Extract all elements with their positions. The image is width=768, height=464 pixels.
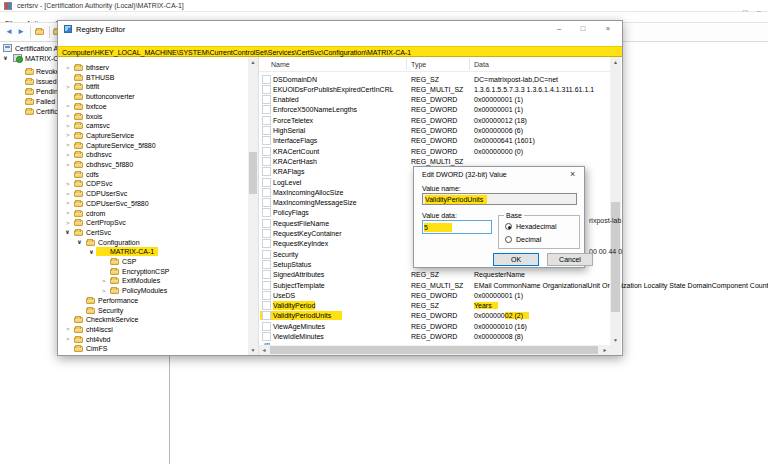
up-one-level-icon[interactable]	[35, 29, 44, 35]
registry-key-cdfs[interactable]: cdfs	[58, 169, 248, 179]
registry-key-performance[interactable]: Performance	[58, 295, 248, 305]
registry-key-cldflt[interactable]: CldFlt	[58, 354, 248, 356]
registry-value-row-validityperiodunits[interactable]: 011ValidityPeriodUnitsREG_DWORD0x0000000…	[259, 311, 610, 321]
registry-key-captureservice[interactable]: >CaptureService	[58, 130, 248, 140]
registry-key-buttonconverter[interactable]: buttonconverter	[58, 92, 248, 102]
column-divider[interactable]	[406, 58, 407, 70]
scroll-down-arrow[interactable]: ▼	[610, 337, 621, 343]
chevron-right-icon[interactable]: >	[66, 122, 70, 130]
registry-value-row-highserial[interactable]: 011HighSerialREG_DWORD0x00000006 (6)	[259, 126, 610, 136]
scrollbar-thumb[interactable]	[249, 152, 257, 194]
values-vertical-scrollbar[interactable]: ▲ ▼	[610, 57, 621, 345]
chevron-right-icon[interactable]: >	[66, 102, 70, 110]
registry-key-security[interactable]: Security	[58, 305, 248, 315]
decimal-radio[interactable]	[505, 236, 512, 243]
scroll-left-arrow[interactable]: ◄	[261, 347, 267, 353]
chevron-right-icon[interactable]: >	[66, 131, 70, 139]
registry-key-policymodules[interactable]: >PolicyModules	[58, 286, 248, 296]
registry-value-row-interfaceflags[interactable]: 011InterfaceFlagsREG_DWORD0x00000641 (16…	[259, 136, 610, 146]
registry-key-cht4vbd[interactable]: >cht4vbd	[58, 334, 248, 344]
ok-button[interactable]: OK	[493, 253, 539, 266]
registry-value-row-viewageminutes[interactable]: 011ViewAgeMinutesREG_DWORD0x00000010 (16…	[259, 321, 610, 331]
registry-value-row-useds[interactable]: 011UseDSREG_DWORD0x00000001 (1)	[259, 290, 610, 300]
mmc-title-bar[interactable]: certsrv - [Certification Authority (Loca…	[0, 0, 768, 12]
value-data-field[interactable]: 5	[422, 220, 492, 234]
regedit-close-button[interactable]: ×	[601, 24, 615, 33]
registry-key-csp[interactable]: CSP	[58, 257, 248, 267]
chevron-down-icon[interactable]: ∨	[89, 248, 94, 256]
chevron-right-icon[interactable]: >	[102, 277, 106, 285]
registry-key-cbdhsvc[interactable]: >cbdhsvc	[58, 150, 248, 160]
registry-value-row-enforcex500namelengths[interactable]: 011EnforceX500NameLengthsREG_DWORD0x0000…	[259, 105, 610, 115]
value-name-field[interactable]: ValidityPeriodUnits	[422, 193, 577, 205]
chevron-right-icon[interactable]: >	[66, 199, 70, 207]
registry-key-cht4iscsi[interactable]: >cht4iscsi	[58, 324, 248, 334]
column-divider[interactable]	[469, 58, 470, 70]
chevron-right-icon[interactable]: >	[66, 83, 70, 91]
registry-value-row-ekuoidsforpublishexpiredcertincrl[interactable]: abEKUOIDsForPublishExpiredCertInCRLREG_M…	[259, 84, 610, 94]
registry-key-cbdhsvc-5f880[interactable]: >cbdhsvc_5f880	[58, 160, 248, 170]
tree-vertical-scrollbar[interactable]: ▲▼	[248, 57, 258, 355]
registry-key-certsvc[interactable]: ∨CertSvc	[58, 227, 248, 237]
back-arrow-icon[interactable]: ◄	[5, 27, 13, 37]
registry-key-exitmodules[interactable]: >ExitModules	[58, 276, 248, 286]
registry-value-row-validityperiod[interactable]: abValidityPeriodREG_SZYears	[259, 301, 610, 311]
scroll-up-arrow[interactable]: ▲	[248, 59, 258, 65]
column-header-type[interactable]: Type	[411, 60, 426, 69]
values-horizontal-scrollbar[interactable]: ◄ ►	[259, 345, 610, 355]
registry-key-cdrom[interactable]: >cdrom	[58, 208, 248, 218]
registry-key-bthserv[interactable]: >bthserv	[58, 63, 248, 73]
regedit-maximize-button[interactable]: □	[576, 24, 590, 33]
chevron-down-icon[interactable]: ∨	[65, 228, 70, 236]
registry-key-bxois[interactable]: >bxois	[58, 111, 248, 121]
dialog-title-bar[interactable]: Edit DWORD (32-bit) Value ×	[414, 167, 584, 181]
chevron-down-icon[interactable]: ∨	[3, 54, 8, 62]
registry-key-matrix-ca-1[interactable]: ∨MATRIX-CA-1	[58, 247, 248, 257]
chevron-right-icon[interactable]: >	[66, 335, 70, 343]
registry-value-row-subjecttemplate[interactable]: abSubjectTemplateREG_MULTI_SZEMail Commo…	[259, 280, 610, 290]
regedit-address-bar[interactable]: Computer\HKEY_LOCAL_MACHINE\SYSTEM\Curre…	[58, 46, 622, 57]
hexadecimal-radio[interactable]	[505, 223, 512, 230]
registry-key-bttflt[interactable]: >bttflt	[58, 82, 248, 92]
chevron-right-icon[interactable]: >	[66, 325, 70, 333]
regedit-minimize-button[interactable]: –	[552, 24, 566, 33]
registry-key-camsvc[interactable]: >camsvc	[58, 121, 248, 131]
chevron-right-icon[interactable]: >	[66, 180, 70, 188]
chevron-right-icon[interactable]: >	[66, 190, 70, 198]
chevron-right-icon[interactable]: >	[66, 209, 70, 217]
chevron-right-icon[interactable]: >	[66, 151, 70, 159]
registry-value-row-viewidleminutes[interactable]: 011ViewIdleMinutesREG_DWORD0x00000008 (8…	[259, 332, 610, 342]
chevron-right-icon[interactable]: >	[66, 161, 70, 169]
registry-value-row-dsdomaindn[interactable]: abDSDomainDNREG_SZDC=matrixpost-lab,DC=n…	[259, 74, 610, 84]
registry-key-cdpusersvc[interactable]: >CDPUserSvc	[58, 189, 248, 199]
dialog-close-icon[interactable]: ×	[570, 170, 575, 179]
chevron-right-icon[interactable]: >	[66, 112, 70, 120]
registry-value-row-signedattributes[interactable]: abSignedAttributesREG_SZRequesterName	[259, 270, 610, 280]
registry-key-cdpsvc[interactable]: >CDPSvc	[58, 179, 248, 189]
scroll-down-arrow[interactable]: ▼	[248, 347, 258, 353]
column-header-data[interactable]: Data	[474, 60, 489, 69]
chevron-right-icon[interactable]: >	[66, 64, 70, 72]
chevron-right-icon[interactable]: >	[102, 287, 106, 295]
chevron-right-icon[interactable]: >	[66, 141, 70, 149]
registry-key-captureservice-5f880[interactable]: >CaptureService_5f880	[58, 140, 248, 150]
forward-arrow-icon[interactable]: ►	[17, 27, 25, 37]
registry-key-encryptioncsp[interactable]: EncryptionCSP	[58, 266, 248, 276]
registry-key-configuration[interactable]: ∨Configuration	[58, 237, 248, 247]
registry-key-cimfs[interactable]: CimFS	[58, 344, 248, 354]
registry-key-certpropsvc[interactable]: >CertPropSvc	[58, 218, 248, 228]
scroll-up-arrow[interactable]: ▲	[610, 59, 621, 65]
chevron-right-icon[interactable]: >	[66, 219, 70, 227]
registry-key-bxfcoe[interactable]: >bxfcoe	[58, 101, 248, 111]
scrollbar-thumb[interactable]	[270, 346, 598, 354]
scroll-right-arrow[interactable]: ►	[602, 347, 608, 353]
column-header-name[interactable]: Name	[271, 60, 290, 69]
registry-value-row-forceteletex[interactable]: 011ForceTeletexREG_DWORD0x00000012 (18)	[259, 115, 610, 125]
registry-value-row-kracertcount[interactable]: 011KRACertCountREG_DWORD0x00000000 (0)	[259, 146, 610, 156]
registry-key-cdpusersvc-5f880[interactable]: >CDPUserSvc_5f880	[58, 198, 248, 208]
registry-key-bthusb[interactable]: BTHUSB	[58, 72, 248, 82]
cancel-button[interactable]: Cancel	[547, 253, 593, 266]
chevron-down-icon[interactable]: ∨	[77, 238, 82, 246]
registry-key-checkmkservice[interactable]: CheckmkService	[58, 315, 248, 325]
registry-value-row-enabled[interactable]: 011EnabledREG_DWORD0x00000001 (1)	[259, 95, 610, 105]
